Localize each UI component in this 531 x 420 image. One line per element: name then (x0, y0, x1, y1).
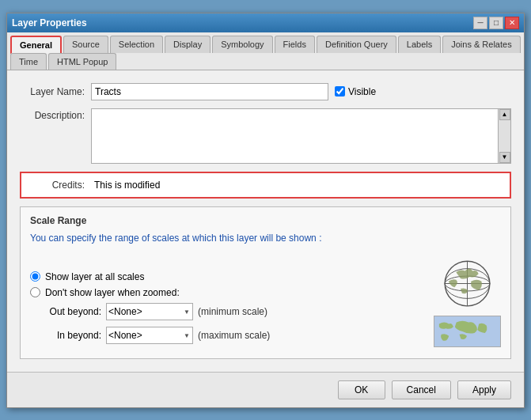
scale-inputs: Show layer at all scales Don't show laye… (30, 271, 410, 350)
scale-range-description: You can specify the range of scales at w… (30, 233, 501, 244)
description-label: Description: (20, 108, 91, 121)
tab-content: Layer Name: Visible Description: ▲ ▼ Cre… (7, 70, 524, 372)
dont-show-label: Don't show layer when zoomed: (45, 287, 180, 298)
globe-graphic (434, 250, 501, 347)
out-beyond-row: Out beyond: <None> (minimum scale) (46, 303, 410, 320)
credits-input[interactable] (91, 176, 506, 194)
minimize-button[interactable]: ─ (473, 17, 487, 29)
scale-range-link: will be shown (260, 233, 316, 244)
tab-source[interactable]: Source (63, 36, 108, 53)
tab-display[interactable]: Display (165, 36, 211, 53)
scale-range-title: Scale Range (30, 215, 501, 226)
scale-globe-row: Show layer at all scales Don't show laye… (30, 250, 501, 350)
in-beyond-select[interactable]: <None> (106, 327, 193, 344)
cancel-button[interactable]: Cancel (392, 380, 451, 399)
tab-joins-relates[interactable]: Joins & Relates (442, 36, 520, 53)
out-beyond-select[interactable]: <None> (106, 303, 193, 320)
footer: OK Cancel Apply (7, 372, 524, 407)
in-beyond-select-wrapper: <None> (106, 327, 193, 344)
dont-show-radio[interactable] (30, 287, 40, 297)
tab-labels[interactable]: Labels (398, 36, 441, 53)
scrollbar-up-button[interactable]: ▲ (499, 109, 510, 120)
apply-button[interactable]: Apply (457, 380, 511, 399)
description-scrollbar[interactable]: ▲ ▼ (499, 108, 511, 164)
tab-selection[interactable]: Selection (110, 36, 163, 53)
description-textarea[interactable] (91, 108, 499, 164)
show-all-scales-row: Show layer at all scales (30, 271, 410, 282)
tab-general[interactable]: General (10, 36, 62, 54)
show-all-scales-label: Show layer at all scales (45, 271, 144, 282)
title-bar: Layer Properties ─ □ ✕ (7, 13, 524, 32)
close-button[interactable]: ✕ (505, 17, 519, 29)
show-all-scales-radio[interactable] (30, 271, 40, 282)
visible-label: Visible (348, 86, 376, 97)
tab-fields[interactable]: Fields (275, 36, 315, 53)
visible-checkbox-label: Visible (335, 86, 376, 97)
ok-button[interactable]: OK (338, 380, 385, 399)
layer-properties-window: Layer Properties ─ □ ✕ General Source Se… (6, 13, 525, 408)
credits-row: Credits: (20, 172, 511, 199)
scrollbar-down-button[interactable]: ▼ (499, 152, 510, 163)
layer-name-row: Layer Name: Visible (20, 83, 511, 100)
credits-label: Credits: (25, 180, 91, 191)
dont-show-row: Don't show layer when zoomed: (30, 287, 410, 298)
window-title: Layer Properties (12, 17, 87, 28)
title-bar-controls: ─ □ ✕ (473, 17, 519, 29)
globe-icon (434, 250, 501, 317)
in-beyond-row: In beyond: <None> (maximum scale) (46, 327, 410, 344)
layer-name-label: Layer Name: (20, 86, 91, 97)
in-beyond-unit: (maximum scale) (198, 330, 270, 341)
out-beyond-label: Out beyond: (46, 306, 101, 317)
tab-html-popup[interactable]: HTML Popup (48, 53, 116, 70)
visible-checkbox[interactable] (335, 86, 345, 96)
tab-definition-query[interactable]: Definition Query (317, 36, 396, 53)
layer-name-input[interactable] (91, 83, 328, 100)
tab-time[interactable]: Time (10, 53, 47, 70)
maximize-button[interactable]: □ (489, 17, 503, 29)
description-row: Description: ▲ ▼ (20, 108, 511, 164)
scrollbar-thumb (499, 120, 510, 152)
description-wrapper: ▲ ▼ (91, 108, 511, 164)
tab-symbology[interactable]: Symbology (212, 36, 272, 53)
out-beyond-select-wrapper: <None> (106, 303, 193, 320)
tab-bar: General Source Selection Display Symbolo… (7, 32, 524, 70)
scale-range-section: Scale Range You can specify the range of… (20, 206, 511, 359)
map-icon (434, 316, 501, 347)
in-beyond-label: In beyond: (46, 330, 101, 341)
out-beyond-unit: (minimum scale) (198, 306, 267, 317)
